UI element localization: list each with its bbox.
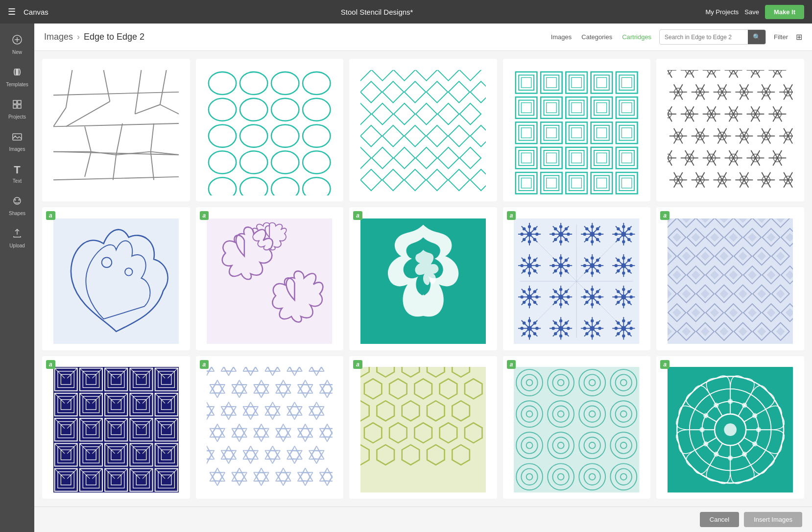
images-icon bbox=[12, 131, 23, 145]
svg-point-444 bbox=[533, 227, 536, 230]
svg-marker-1093 bbox=[265, 451, 280, 451]
subscribed-badge bbox=[353, 360, 362, 369]
svg-point-627 bbox=[617, 290, 620, 293]
image-card[interactable]: Subscribedⓘ bbox=[42, 59, 190, 201]
svg-point-496 bbox=[621, 232, 626, 237]
insert-images-button[interactable]: Insert Images bbox=[744, 512, 802, 527]
svg-point-689 bbox=[622, 334, 625, 337]
svg-point-1223 bbox=[724, 424, 737, 436]
svg-point-508 bbox=[523, 259, 525, 262]
nav-cartridges[interactable]: Cartridges bbox=[622, 33, 651, 41]
search-button[interactable]: 🔍 bbox=[748, 30, 765, 44]
svg-point-593 bbox=[554, 290, 557, 293]
svg-point-672 bbox=[591, 334, 594, 337]
sidebar-item-projects[interactable]: Projects bbox=[2, 94, 32, 124]
image-card[interactable]: Subscribedⓘ bbox=[503, 59, 651, 201]
svg-point-638 bbox=[528, 334, 531, 337]
sidebar-item-templates[interactable]: Templates bbox=[2, 62, 32, 92]
image-card[interactable]: Subscribedⓘ bbox=[196, 207, 344, 350]
svg-marker-1063 bbox=[298, 429, 313, 429]
sidebar-item-text[interactable]: T Text bbox=[2, 159, 32, 189]
text-label: Text bbox=[13, 178, 22, 184]
svg-point-1243 bbox=[728, 399, 733, 404]
subscribed-badge bbox=[46, 211, 55, 220]
svg-point-585 bbox=[565, 301, 568, 304]
breadcrumb: Images › Edge to Edge 2 bbox=[44, 32, 551, 42]
svg-point-700 bbox=[621, 326, 626, 331]
svg-point-461 bbox=[565, 227, 568, 230]
svg-point-646 bbox=[528, 319, 531, 322]
svg-point-538 bbox=[586, 269, 589, 272]
svg-point-530 bbox=[558, 263, 563, 268]
svg-point-563 bbox=[627, 259, 630, 262]
svg-point-502 bbox=[528, 271, 531, 274]
image-card[interactable]: Subscribedⓘ bbox=[196, 356, 344, 499]
grid-view-button[interactable]: ⊞ bbox=[796, 32, 802, 42]
svg-point-1235 bbox=[703, 441, 708, 446]
svg-point-529 bbox=[565, 259, 568, 262]
svg-point-678 bbox=[586, 321, 589, 324]
svg-marker-1021 bbox=[265, 407, 280, 407]
project-title: Stool Stencil Designs* bbox=[56, 8, 698, 16]
my-projects-link[interactable]: My Projects bbox=[705, 8, 739, 16]
svg-point-559 bbox=[617, 259, 620, 262]
sidebar-item-new[interactable]: New bbox=[2, 29, 32, 60]
svg-point-636 bbox=[533, 332, 536, 335]
svg-marker-985 bbox=[276, 385, 291, 385]
image-card[interactable]: Subscribedⓘ bbox=[656, 207, 804, 350]
subscribed-badge bbox=[660, 211, 669, 220]
image-thumbnail bbox=[42, 59, 190, 201]
svg-point-574 bbox=[521, 295, 524, 298]
breadcrumb-images[interactable]: Images bbox=[44, 32, 73, 42]
image-card[interactable]: Subscribedⓘ bbox=[656, 59, 804, 201]
image-card[interactable]: Subscribedⓘ bbox=[349, 59, 497, 201]
make-it-button[interactable]: Make It bbox=[765, 5, 804, 19]
svg-point-564 bbox=[621, 263, 626, 268]
svg-point-1231 bbox=[728, 456, 733, 460]
nav-images[interactable]: Images bbox=[551, 33, 572, 41]
svg-point-557 bbox=[615, 264, 618, 267]
svg-point-634 bbox=[536, 327, 539, 330]
image-card[interactable]: Subscribedⓘ bbox=[349, 207, 497, 350]
svg-point-451 bbox=[559, 240, 562, 243]
svg-point-661 bbox=[554, 321, 557, 324]
search-input[interactable] bbox=[660, 31, 748, 44]
image-card[interactable]: Subscribedⓘ bbox=[503, 207, 651, 350]
filter-button[interactable]: Filter bbox=[774, 33, 788, 41]
menu-icon[interactable]: ☰ bbox=[8, 6, 16, 17]
sidebar-item-images[interactable]: Images bbox=[2, 126, 32, 157]
svg-marker-1108 bbox=[210, 481, 225, 481]
svg-point-525 bbox=[554, 259, 557, 262]
svg-marker-1033 bbox=[309, 407, 324, 407]
svg-marker-1027 bbox=[287, 407, 302, 407]
nav-categories[interactable]: Categories bbox=[581, 33, 612, 41]
image-card[interactable]: Subscribedⓘ bbox=[196, 59, 344, 201]
svg-point-614 bbox=[596, 290, 599, 293]
svg-point-697 bbox=[622, 319, 625, 322]
svg-point-455 bbox=[552, 233, 555, 236]
svg-marker-1135 bbox=[298, 473, 313, 473]
image-card[interactable]: Subscribedⓘ bbox=[42, 207, 190, 350]
image-card[interactable]: Subscribedⓘ bbox=[42, 356, 190, 499]
svg-point-436 bbox=[523, 238, 525, 241]
sidebar-item-upload[interactable]: Upload bbox=[2, 223, 32, 253]
image-card[interactable]: Subscribedⓘ bbox=[656, 356, 804, 499]
save-link[interactable]: Save bbox=[744, 8, 759, 16]
image-card[interactable]: Subscribedⓘ bbox=[503, 356, 651, 499]
image-thumbnail bbox=[503, 356, 651, 499]
svg-point-547 bbox=[590, 263, 595, 268]
image-thumbnail bbox=[349, 59, 497, 201]
svg-marker-1129 bbox=[276, 473, 291, 473]
sidebar-item-shapes[interactable]: Shapes bbox=[2, 191, 32, 221]
svg-point-580 bbox=[533, 290, 536, 293]
svg-point-653 bbox=[565, 332, 568, 335]
svg-point-506 bbox=[521, 264, 524, 267]
svg-marker-982 bbox=[276, 393, 291, 393]
subscribed-badge bbox=[507, 360, 516, 369]
cancel-button[interactable]: Cancel bbox=[700, 512, 739, 527]
image-card[interactable]: Subscribedⓘ bbox=[349, 356, 497, 499]
svg-point-602 bbox=[596, 301, 599, 304]
svg-point-576 bbox=[523, 290, 525, 293]
image-thumbnail bbox=[503, 59, 651, 201]
svg-point-470 bbox=[586, 238, 589, 241]
